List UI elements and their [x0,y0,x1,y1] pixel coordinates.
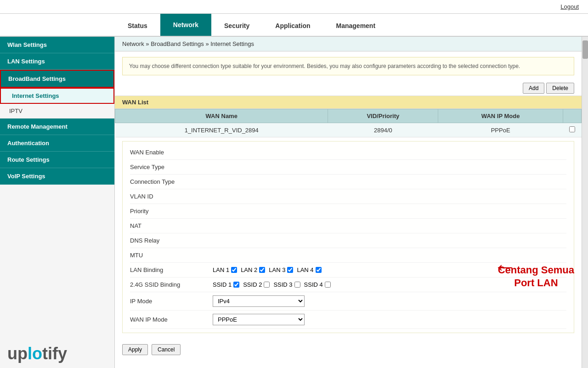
breadcrumb-text: Network » BroadBand Settings » Internet … [122,40,254,47]
form-row-ip-mode: IP Mode IPv4 IPv6 IPv4/IPv6 [130,292,566,311]
wan-ip-mode-cell: PPPoE [438,123,563,137]
sidebar-item-wlan-settings[interactable]: Wlan Settings [0,37,114,53]
wan-table-header-name: WAN Name [115,109,328,123]
label-mtu: MTU [130,252,213,259]
arrow-container: ← [493,255,517,278]
sidebar-subitem-internet-settings[interactable]: Internet Settings [0,88,114,104]
form-row-service-type: Service Type [130,160,566,175]
wan-ip-mode-select[interactable]: PPPoE DHCP Static [213,314,305,325]
ssid4-label: SSID 4 [304,281,323,288]
wan-row-checkbox-cell[interactable] [563,123,582,137]
nav-item-application[interactable]: Application [262,14,323,36]
lan4-checkbox[interactable] [316,267,322,273]
brand-lo: lo [28,344,42,363]
wan-table-header-mode: WAN IP Mode [438,109,563,123]
ssid2-label: SSID 2 [243,281,262,288]
ip-mode-select[interactable]: IPv4 IPv6 IPv4/IPv6 [213,295,305,307]
ssid4-checkbox[interactable] [325,282,331,288]
main-nav: StatusNetworkSecurityApplicationManageme… [0,14,588,37]
lan2-group: LAN 2 [241,266,265,273]
info-text: You may choose different connection type… [129,63,520,69]
ssid2-group: SSID 2 [243,281,270,288]
lan3-label: LAN 3 [269,266,285,273]
lan3-group: LAN 3 [269,266,293,273]
ssid1-label: SSID 1 [213,281,232,288]
form-row-priority: Priority [130,204,566,219]
sidebar-plain-iptv[interactable]: IPTV [0,104,114,119]
nav-item-network[interactable]: Network [160,14,211,36]
label-wan-enable: WAN Enable [130,149,213,156]
ssid2-checkbox[interactable] [264,282,270,288]
delete-button[interactable]: Delete [546,83,574,94]
form-row-dns-relay: DNS Relay [130,233,566,248]
form-row-vlan-id: VLAN ID [130,189,566,204]
sidebar: Wlan SettingsLAN SettingsBroadBand Setti… [0,37,115,368]
brand-up: up [7,344,28,363]
arrow-left-icon: ← [493,255,517,278]
wan-table-header-vid: VID/Priority [328,109,438,123]
nav-item-security[interactable]: Security [211,14,262,36]
scrollbar-track[interactable] [582,37,588,368]
brand-tify: tify [42,344,67,363]
ssid3-checkbox[interactable] [294,282,300,288]
control-ip-mode: IPv4 IPv6 IPv4/IPv6 [213,295,566,307]
lan1-group: LAN 1 [213,266,237,273]
form-row-nat: NAT [130,219,566,233]
label-ssid-binding: 2.4G SSID Binding [130,281,213,288]
label-wan-ip-mode: WAN IP Mode [130,316,213,323]
lan4-group: LAN 4 [297,266,321,273]
wan-table: WAN Name VID/Priority WAN IP Mode 1_INTE… [115,109,582,137]
ssid4-group: SSID 4 [304,281,331,288]
sidebar-item-remote-management[interactable]: Remote Management [0,119,114,135]
label-service-type: Service Type [130,164,213,170]
label-priority: Priority [130,208,213,215]
lan1-label: LAN 1 [213,266,229,273]
ssid1-group: SSID 1 [213,281,239,288]
sidebar-item-broadband-settings[interactable]: BroadBand Settings [0,70,114,88]
cancel-button[interactable]: Cancel [152,344,181,355]
label-connection-type: Connection Type [130,178,213,185]
sidebar-item-voip-settings[interactable]: VoIP Settings [0,168,114,185]
wan-name-cell: 1_INTERNET_R_VID_2894 [115,123,328,137]
settings-form: WAN Enable Service Type Connection Type … [122,141,574,333]
nav-item-status[interactable]: Status [115,14,160,36]
control-wan-ip-mode: PPPoE DHCP Static [213,314,566,325]
lan4-label: LAN 4 [297,266,313,273]
lan3-checkbox[interactable] [287,267,293,273]
label-dns-relay: DNS Relay [130,237,213,244]
label-ip-mode: IP Mode [130,298,213,305]
ssid3-label: SSID 3 [273,281,292,288]
lan1-checkbox[interactable] [231,267,237,273]
form-buttons: Apply Cancel [115,339,582,361]
wan-table-header-select [563,109,582,123]
table-row[interactable]: 1_INTERNET_R_VID_2894 2894/0 PPPoE [115,123,582,137]
form-row-wan-enable: WAN Enable [130,145,566,160]
form-row-connection-type: Connection Type [130,175,566,189]
label-lan-binding: LAN Binding [130,266,213,273]
label-vlan-id: VLAN ID [130,193,213,200]
action-bar: Add Delete [115,81,582,96]
lan2-label: LAN 2 [241,266,257,273]
ssid3-group: SSID 3 [273,281,300,288]
ssid1-checkbox[interactable] [233,282,239,288]
vid-priority-cell: 2894/0 [328,123,438,137]
breadcrumb: Network » BroadBand Settings » Internet … [115,37,582,51]
info-box: You may choose different connection type… [122,57,574,75]
apply-button[interactable]: Apply [122,344,148,355]
form-row-wan-ip-mode: WAN IP Mode PPPoE DHCP Static [130,311,566,329]
logout-button[interactable]: Logout [560,3,579,10]
sidebar-item-authentication[interactable]: Authentication [0,135,114,152]
wan-list-title: WAN List [115,96,582,109]
wan-row-checkbox[interactable] [569,126,575,132]
add-button[interactable]: Add [523,83,544,94]
top-bar: Logout [0,0,588,14]
sidebar-item-route-settings[interactable]: Route Settings [0,152,114,168]
content-area: Network » BroadBand Settings » Internet … [115,37,582,368]
nav-item-management[interactable]: Management [323,14,389,36]
sidebar-item-lan-settings[interactable]: LAN Settings [0,53,114,70]
label-nat: NAT [130,222,213,229]
brand: uplotify [7,344,67,363]
lan2-checkbox[interactable] [259,267,265,273]
scrollbar-thumb[interactable] [582,40,588,59]
layout: Wlan SettingsLAN SettingsBroadBand Setti… [0,37,588,368]
